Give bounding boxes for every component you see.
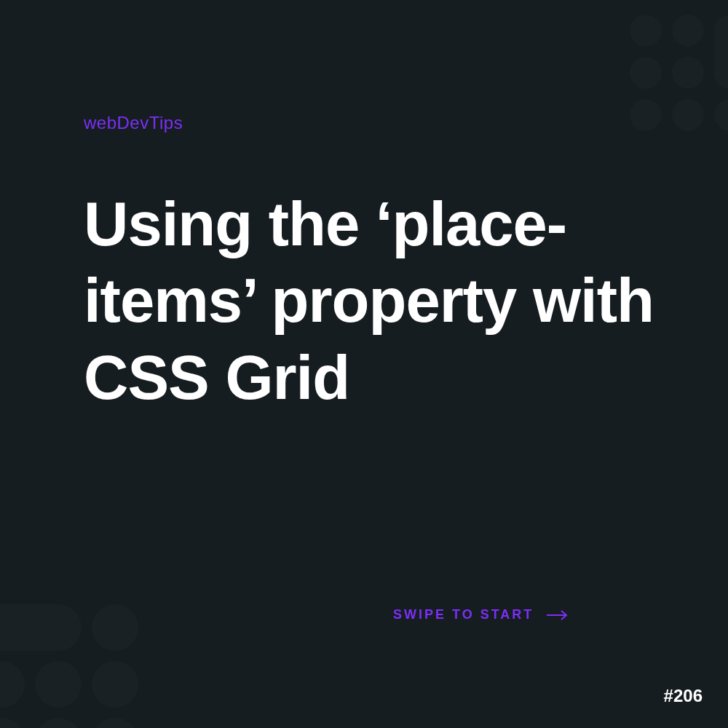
decorative-dots-bottom bbox=[0, 604, 138, 728]
decorative-dots-top bbox=[630, 15, 728, 131]
cta-label: SWIPE TO START bbox=[393, 607, 534, 622]
page-title: Using the ‘place-items’ property with CS… bbox=[84, 186, 670, 416]
swipe-cta[interactable]: SWIPE TO START bbox=[393, 607, 569, 622]
arrow-right-icon bbox=[547, 610, 569, 620]
brand-label: webDevTips bbox=[84, 113, 183, 133]
issue-number: #206 bbox=[664, 686, 703, 706]
